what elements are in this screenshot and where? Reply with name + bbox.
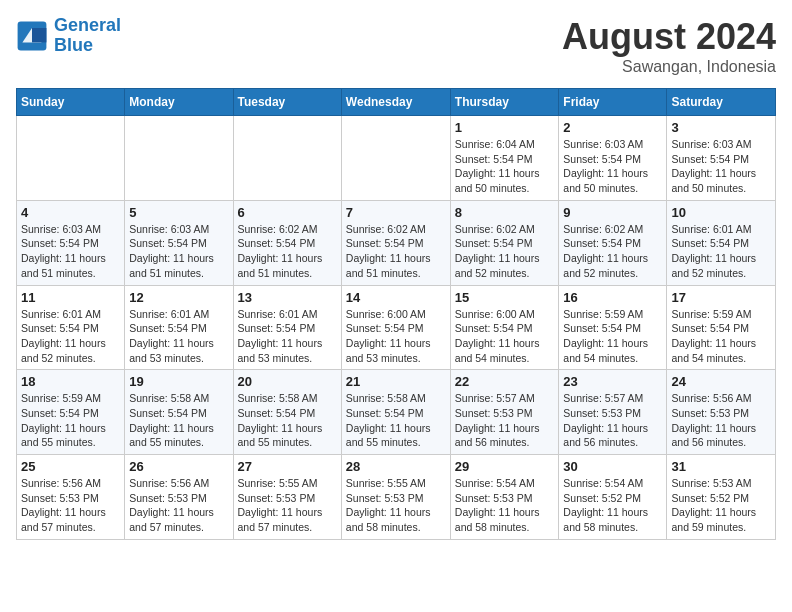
calendar-cell: 18Sunrise: 5:59 AM Sunset: 5:54 PM Dayli… <box>17 370 125 455</box>
day-number: 10 <box>671 205 771 220</box>
day-info: Sunrise: 6:01 AM Sunset: 5:54 PM Dayligh… <box>129 307 228 366</box>
header-row: Sunday Monday Tuesday Wednesday Thursday… <box>17 89 776 116</box>
day-number: 23 <box>563 374 662 389</box>
day-info: Sunrise: 6:04 AM Sunset: 5:54 PM Dayligh… <box>455 137 555 196</box>
col-monday: Monday <box>125 89 233 116</box>
day-info: Sunrise: 5:59 AM Sunset: 5:54 PM Dayligh… <box>563 307 662 366</box>
day-number: 3 <box>671 120 771 135</box>
calendar-table: Sunday Monday Tuesday Wednesday Thursday… <box>16 88 776 540</box>
day-number: 5 <box>129 205 228 220</box>
calendar-cell <box>233 116 341 201</box>
calendar-week-3: 11Sunrise: 6:01 AM Sunset: 5:54 PM Dayli… <box>17 285 776 370</box>
calendar-cell <box>341 116 450 201</box>
calendar-cell: 2Sunrise: 6:03 AM Sunset: 5:54 PM Daylig… <box>559 116 667 201</box>
calendar-body: 1Sunrise: 6:04 AM Sunset: 5:54 PM Daylig… <box>17 116 776 540</box>
logo-icon <box>16 20 48 52</box>
calendar-cell: 11Sunrise: 6:01 AM Sunset: 5:54 PM Dayli… <box>17 285 125 370</box>
calendar-cell: 12Sunrise: 6:01 AM Sunset: 5:54 PM Dayli… <box>125 285 233 370</box>
day-number: 13 <box>238 290 337 305</box>
day-number: 30 <box>563 459 662 474</box>
svg-marker-2 <box>32 28 46 42</box>
day-info: Sunrise: 5:56 AM Sunset: 5:53 PM Dayligh… <box>129 476 228 535</box>
calendar-cell: 7Sunrise: 6:02 AM Sunset: 5:54 PM Daylig… <box>341 200 450 285</box>
month-title: August 2024 <box>562 16 776 58</box>
day-info: Sunrise: 6:01 AM Sunset: 5:54 PM Dayligh… <box>21 307 120 366</box>
day-number: 14 <box>346 290 446 305</box>
day-number: 29 <box>455 459 555 474</box>
day-info: Sunrise: 5:59 AM Sunset: 5:54 PM Dayligh… <box>671 307 771 366</box>
day-number: 4 <box>21 205 120 220</box>
calendar-cell: 31Sunrise: 5:53 AM Sunset: 5:52 PM Dayli… <box>667 455 776 540</box>
logo: General Blue <box>16 16 121 56</box>
calendar-week-2: 4Sunrise: 6:03 AM Sunset: 5:54 PM Daylig… <box>17 200 776 285</box>
calendar-cell: 28Sunrise: 5:55 AM Sunset: 5:53 PM Dayli… <box>341 455 450 540</box>
day-number: 6 <box>238 205 337 220</box>
col-thursday: Thursday <box>450 89 559 116</box>
day-info: Sunrise: 5:54 AM Sunset: 5:52 PM Dayligh… <box>563 476 662 535</box>
day-info: Sunrise: 5:54 AM Sunset: 5:53 PM Dayligh… <box>455 476 555 535</box>
calendar-header: Sunday Monday Tuesday Wednesday Thursday… <box>17 89 776 116</box>
day-number: 20 <box>238 374 337 389</box>
col-wednesday: Wednesday <box>341 89 450 116</box>
day-number: 11 <box>21 290 120 305</box>
calendar-cell: 1Sunrise: 6:04 AM Sunset: 5:54 PM Daylig… <box>450 116 559 201</box>
calendar-cell: 26Sunrise: 5:56 AM Sunset: 5:53 PM Dayli… <box>125 455 233 540</box>
calendar-cell: 3Sunrise: 6:03 AM Sunset: 5:54 PM Daylig… <box>667 116 776 201</box>
calendar-cell: 10Sunrise: 6:01 AM Sunset: 5:54 PM Dayli… <box>667 200 776 285</box>
day-info: Sunrise: 6:00 AM Sunset: 5:54 PM Dayligh… <box>346 307 446 366</box>
location: Sawangan, Indonesia <box>562 58 776 76</box>
day-number: 2 <box>563 120 662 135</box>
day-info: Sunrise: 6:03 AM Sunset: 5:54 PM Dayligh… <box>129 222 228 281</box>
calendar-cell: 13Sunrise: 6:01 AM Sunset: 5:54 PM Dayli… <box>233 285 341 370</box>
day-number: 17 <box>671 290 771 305</box>
calendar-cell <box>17 116 125 201</box>
calendar-cell: 29Sunrise: 5:54 AM Sunset: 5:53 PM Dayli… <box>450 455 559 540</box>
day-info: Sunrise: 5:58 AM Sunset: 5:54 PM Dayligh… <box>129 391 228 450</box>
day-info: Sunrise: 5:56 AM Sunset: 5:53 PM Dayligh… <box>671 391 771 450</box>
day-number: 18 <box>21 374 120 389</box>
calendar-cell: 25Sunrise: 5:56 AM Sunset: 5:53 PM Dayli… <box>17 455 125 540</box>
day-number: 9 <box>563 205 662 220</box>
col-sunday: Sunday <box>17 89 125 116</box>
col-friday: Friday <box>559 89 667 116</box>
day-info: Sunrise: 5:55 AM Sunset: 5:53 PM Dayligh… <box>346 476 446 535</box>
calendar-cell: 21Sunrise: 5:58 AM Sunset: 5:54 PM Dayli… <box>341 370 450 455</box>
calendar-cell: 16Sunrise: 5:59 AM Sunset: 5:54 PM Dayli… <box>559 285 667 370</box>
day-info: Sunrise: 5:57 AM Sunset: 5:53 PM Dayligh… <box>563 391 662 450</box>
calendar-cell: 4Sunrise: 6:03 AM Sunset: 5:54 PM Daylig… <box>17 200 125 285</box>
day-number: 25 <box>21 459 120 474</box>
logo-line1: General <box>54 15 121 35</box>
calendar-cell <box>125 116 233 201</box>
calendar-cell: 5Sunrise: 6:03 AM Sunset: 5:54 PM Daylig… <box>125 200 233 285</box>
day-number: 21 <box>346 374 446 389</box>
day-info: Sunrise: 5:58 AM Sunset: 5:54 PM Dayligh… <box>346 391 446 450</box>
calendar-cell: 24Sunrise: 5:56 AM Sunset: 5:53 PM Dayli… <box>667 370 776 455</box>
day-info: Sunrise: 6:01 AM Sunset: 5:54 PM Dayligh… <box>671 222 771 281</box>
calendar-cell: 15Sunrise: 6:00 AM Sunset: 5:54 PM Dayli… <box>450 285 559 370</box>
day-info: Sunrise: 5:56 AM Sunset: 5:53 PM Dayligh… <box>21 476 120 535</box>
day-info: Sunrise: 6:03 AM Sunset: 5:54 PM Dayligh… <box>21 222 120 281</box>
calendar-week-1: 1Sunrise: 6:04 AM Sunset: 5:54 PM Daylig… <box>17 116 776 201</box>
calendar-cell: 6Sunrise: 6:02 AM Sunset: 5:54 PM Daylig… <box>233 200 341 285</box>
calendar-week-5: 25Sunrise: 5:56 AM Sunset: 5:53 PM Dayli… <box>17 455 776 540</box>
day-number: 16 <box>563 290 662 305</box>
calendar-week-4: 18Sunrise: 5:59 AM Sunset: 5:54 PM Dayli… <box>17 370 776 455</box>
calendar-cell: 17Sunrise: 5:59 AM Sunset: 5:54 PM Dayli… <box>667 285 776 370</box>
calendar-cell: 20Sunrise: 5:58 AM Sunset: 5:54 PM Dayli… <box>233 370 341 455</box>
day-info: Sunrise: 6:02 AM Sunset: 5:54 PM Dayligh… <box>346 222 446 281</box>
day-number: 24 <box>671 374 771 389</box>
day-number: 8 <box>455 205 555 220</box>
calendar-cell: 27Sunrise: 5:55 AM Sunset: 5:53 PM Dayli… <box>233 455 341 540</box>
day-info: Sunrise: 6:02 AM Sunset: 5:54 PM Dayligh… <box>455 222 555 281</box>
calendar-cell: 19Sunrise: 5:58 AM Sunset: 5:54 PM Dayli… <box>125 370 233 455</box>
day-info: Sunrise: 5:59 AM Sunset: 5:54 PM Dayligh… <box>21 391 120 450</box>
page-header: General Blue August 2024 Sawangan, Indon… <box>16 16 776 76</box>
day-number: 27 <box>238 459 337 474</box>
col-saturday: Saturday <box>667 89 776 116</box>
day-number: 1 <box>455 120 555 135</box>
logo-text: General Blue <box>54 16 121 56</box>
day-number: 31 <box>671 459 771 474</box>
day-info: Sunrise: 6:02 AM Sunset: 5:54 PM Dayligh… <box>563 222 662 281</box>
day-number: 28 <box>346 459 446 474</box>
day-info: Sunrise: 6:01 AM Sunset: 5:54 PM Dayligh… <box>238 307 337 366</box>
